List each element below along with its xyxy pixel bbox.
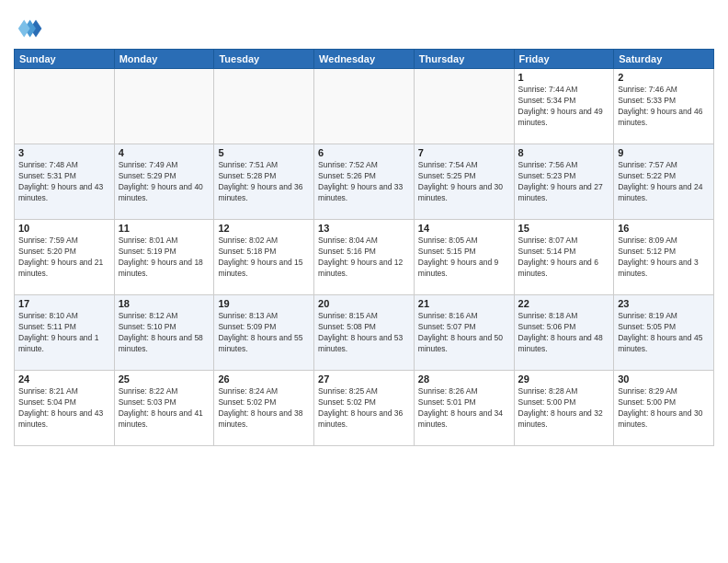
calendar-cell: 20Sunrise: 8:15 AM Sunset: 5:08 PM Dayli… [314,295,415,371]
calendar-cell: 3Sunrise: 7:48 AM Sunset: 5:31 PM Daylig… [15,144,115,220]
weekday-header-friday: Friday [514,50,614,69]
page-container: SundayMondayTuesdayWednesdayThursdayFrid… [0,0,728,563]
calendar-cell: 23Sunrise: 8:19 AM Sunset: 5:05 PM Dayli… [614,295,714,371]
day-number: 7 [418,147,510,158]
calendar-cell: 13Sunrise: 8:04 AM Sunset: 5:16 PM Dayli… [314,220,415,295]
calendar-cell: 15Sunrise: 8:07 AM Sunset: 5:14 PM Dayli… [514,220,614,295]
calendar-cell [114,69,214,144]
calendar-cell: 27Sunrise: 8:25 AM Sunset: 5:02 PM Dayli… [314,371,415,446]
calendar-cell: 22Sunrise: 8:18 AM Sunset: 5:06 PM Dayli… [514,295,614,371]
cell-info: Sunrise: 7:48 AM Sunset: 5:31 PM Dayligh… [18,160,110,204]
calendar-cell: 24Sunrise: 8:21 AM Sunset: 5:04 PM Dayli… [15,371,115,446]
cell-info: Sunrise: 8:16 AM Sunset: 5:07 PM Dayligh… [418,311,510,355]
calendar-cell: 6Sunrise: 7:52 AM Sunset: 5:26 PM Daylig… [314,144,415,220]
cell-info: Sunrise: 7:54 AM Sunset: 5:25 PM Dayligh… [418,160,510,204]
cell-info: Sunrise: 8:28 AM Sunset: 5:00 PM Dayligh… [518,386,610,431]
calendar-cell [214,69,314,144]
cell-info: Sunrise: 8:05 AM Sunset: 5:15 PM Dayligh… [418,236,510,280]
calendar-cell [15,69,115,144]
calendar-cell: 10Sunrise: 7:59 AM Sunset: 5:20 PM Dayli… [15,220,115,295]
cell-info: Sunrise: 8:19 AM Sunset: 5:05 PM Dayligh… [618,311,710,355]
calendar-cell: 17Sunrise: 8:10 AM Sunset: 5:11 PM Dayli… [15,295,115,371]
cell-info: Sunrise: 7:44 AM Sunset: 5:34 PM Dayligh… [518,85,610,129]
calendar-cell: 9Sunrise: 7:57 AM Sunset: 5:22 PM Daylig… [614,144,714,220]
logo [14,14,45,43]
day-number: 28 [418,373,510,385]
calendar-cell: 8Sunrise: 7:56 AM Sunset: 5:23 PM Daylig… [514,144,614,220]
calendar-cell: 14Sunrise: 8:05 AM Sunset: 5:15 PM Dayli… [414,220,514,295]
cell-info: Sunrise: 8:18 AM Sunset: 5:06 PM Dayligh… [518,311,610,355]
calendar-cell [314,69,415,144]
calendar-cell: 18Sunrise: 8:12 AM Sunset: 5:10 PM Dayli… [114,295,214,371]
weekday-header-tuesday: Tuesday [214,50,314,69]
day-number: 13 [318,223,410,234]
day-number: 17 [18,298,110,309]
cell-info: Sunrise: 8:29 AM Sunset: 5:00 PM Dayligh… [618,386,710,431]
calendar-cell: 2Sunrise: 7:46 AM Sunset: 5:33 PM Daylig… [614,69,714,144]
day-number: 26 [218,373,310,385]
cell-info: Sunrise: 8:25 AM Sunset: 5:02 PM Dayligh… [318,386,410,431]
calendar-cell: 28Sunrise: 8:26 AM Sunset: 5:01 PM Dayli… [414,371,514,446]
day-number: 2 [618,72,710,83]
day-number: 4 [119,147,210,158]
calendar-cell: 4Sunrise: 7:49 AM Sunset: 5:29 PM Daylig… [114,144,214,220]
day-number: 14 [418,223,510,234]
calendar-cell: 7Sunrise: 7:54 AM Sunset: 5:25 PM Daylig… [414,144,514,220]
cell-info: Sunrise: 8:21 AM Sunset: 5:04 PM Dayligh… [18,386,110,431]
cell-info: Sunrise: 8:10 AM Sunset: 5:11 PM Dayligh… [18,311,110,355]
cell-info: Sunrise: 8:07 AM Sunset: 5:14 PM Dayligh… [518,236,610,280]
day-number: 19 [218,298,310,309]
cell-info: Sunrise: 7:57 AM Sunset: 5:22 PM Dayligh… [618,160,710,204]
day-number: 24 [18,373,110,385]
day-number: 6 [318,147,410,158]
cell-info: Sunrise: 8:24 AM Sunset: 5:02 PM Dayligh… [218,386,310,431]
calendar-cell: 21Sunrise: 8:16 AM Sunset: 5:07 PM Dayli… [414,295,514,371]
day-number: 8 [518,147,610,158]
cell-info: Sunrise: 8:04 AM Sunset: 5:16 PM Dayligh… [318,236,410,280]
day-number: 18 [119,298,210,309]
week-row-3: 10Sunrise: 7:59 AM Sunset: 5:20 PM Dayli… [15,220,714,295]
day-number: 12 [218,223,310,234]
cell-info: Sunrise: 8:13 AM Sunset: 5:09 PM Dayligh… [218,311,310,355]
weekday-header-thursday: Thursday [414,50,514,69]
week-row-4: 17Sunrise: 8:10 AM Sunset: 5:11 PM Dayli… [15,295,714,371]
calendar-cell [414,69,514,144]
cell-info: Sunrise: 8:22 AM Sunset: 5:03 PM Dayligh… [119,386,210,431]
cell-info: Sunrise: 7:49 AM Sunset: 5:29 PM Dayligh… [119,160,210,204]
day-number: 11 [119,223,210,234]
logo-icon [14,14,43,43]
day-number: 3 [18,147,110,158]
calendar-cell: 19Sunrise: 8:13 AM Sunset: 5:09 PM Dayli… [214,295,314,371]
calendar-cell: 5Sunrise: 7:51 AM Sunset: 5:28 PM Daylig… [214,144,314,220]
day-number: 9 [618,147,710,158]
weekday-header-sunday: Sunday [15,50,115,69]
week-row-5: 24Sunrise: 8:21 AM Sunset: 5:04 PM Dayli… [15,371,714,446]
cell-info: Sunrise: 8:26 AM Sunset: 5:01 PM Dayligh… [418,386,510,431]
day-number: 1 [518,72,610,83]
day-number: 20 [318,298,410,309]
calendar-table: SundayMondayTuesdayWednesdayThursdayFrid… [14,49,714,446]
cell-info: Sunrise: 7:46 AM Sunset: 5:33 PM Dayligh… [618,85,710,129]
day-number: 27 [318,373,410,385]
calendar-cell: 11Sunrise: 8:01 AM Sunset: 5:19 PM Dayli… [114,220,214,295]
weekday-header-wednesday: Wednesday [314,50,415,69]
header-area [14,9,714,43]
day-number: 29 [518,373,610,385]
cell-info: Sunrise: 7:52 AM Sunset: 5:26 PM Dayligh… [318,160,410,204]
calendar-cell: 16Sunrise: 8:09 AM Sunset: 5:12 PM Dayli… [614,220,714,295]
calendar-cell: 30Sunrise: 8:29 AM Sunset: 5:00 PM Dayli… [614,371,714,446]
cell-info: Sunrise: 7:56 AM Sunset: 5:23 PM Dayligh… [518,160,610,204]
week-row-2: 3Sunrise: 7:48 AM Sunset: 5:31 PM Daylig… [15,144,714,220]
cell-info: Sunrise: 8:02 AM Sunset: 5:18 PM Dayligh… [218,236,310,280]
weekday-header-saturday: Saturday [614,50,714,69]
weekday-header-row: SundayMondayTuesdayWednesdayThursdayFrid… [15,50,714,69]
calendar-cell: 1Sunrise: 7:44 AM Sunset: 5:34 PM Daylig… [514,69,614,144]
calendar-cell: 25Sunrise: 8:22 AM Sunset: 5:03 PM Dayli… [114,371,214,446]
day-number: 23 [618,298,710,309]
cell-info: Sunrise: 8:15 AM Sunset: 5:08 PM Dayligh… [318,311,410,355]
cell-info: Sunrise: 8:01 AM Sunset: 5:19 PM Dayligh… [119,236,210,280]
cell-info: Sunrise: 7:59 AM Sunset: 5:20 PM Dayligh… [18,236,110,280]
cell-info: Sunrise: 8:12 AM Sunset: 5:10 PM Dayligh… [119,311,210,355]
day-number: 15 [518,223,610,234]
day-number: 16 [618,223,710,234]
